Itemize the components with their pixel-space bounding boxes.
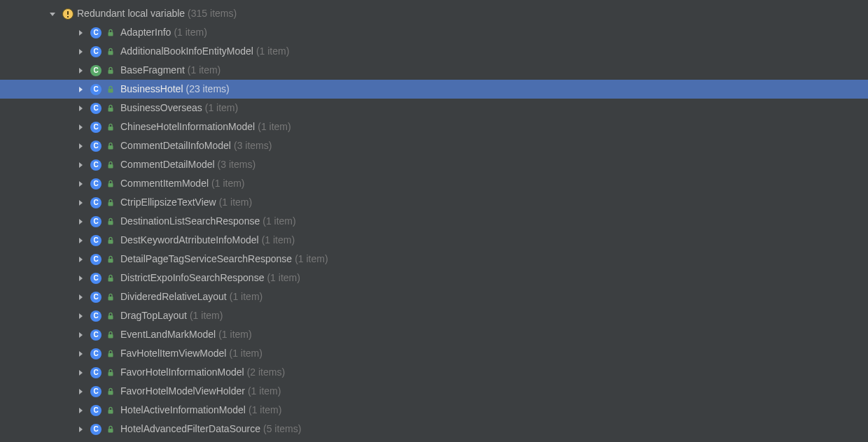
item-count: (1 item) — [256, 42, 289, 61]
tree-item-row[interactable]: CCtripEllipsizeTextView(1 item) — [0, 193, 868, 212]
lock-icon — [105, 216, 116, 227]
expand-arrow-right-icon[interactable] — [76, 67, 85, 74]
tree-item-row[interactable]: CDistrictExpoInfoSearchResponse(1 item) — [0, 269, 868, 287]
tree-group-row[interactable]: Redundant local variable (315 items) — [0, 4, 868, 23]
expand-arrow-right-icon[interactable] — [76, 369, 85, 376]
tree-item-row[interactable]: CAdditionalBookInfoEntityModel(1 item) — [0, 42, 868, 61]
class-icon: C — [90, 366, 102, 379]
tree-item-row[interactable]: CEventLandMarkModel(1 item) — [0, 325, 868, 344]
item-label: ChineseHotelInformationModel — [120, 117, 255, 136]
tree-item-row[interactable]: CDestKeywordAtrributeInfoModel(1 item) — [0, 231, 868, 250]
lock-icon — [105, 329, 116, 341]
item-label: CommentItemModel — [120, 174, 209, 193]
expand-arrow-right-icon[interactable] — [76, 29, 85, 36]
tree-item-row[interactable]: CDragTopLayout(1 item) — [0, 306, 868, 325]
item-label: DestKeywordAtrributeInfoModel — [120, 231, 259, 250]
svg-rect-16 — [108, 334, 113, 338]
tree-item-row[interactable]: CFavorHotelModelViewHolder(1 item) — [0, 382, 868, 401]
lock-icon — [105, 27, 116, 38]
lock-icon — [105, 405, 116, 416]
expand-arrow-right-icon[interactable] — [76, 426, 85, 433]
expand-arrow-right-icon[interactable] — [76, 143, 85, 150]
item-count: (5 items) — [263, 420, 301, 439]
svg-rect-7 — [108, 164, 113, 169]
item-count: (1 item) — [174, 23, 206, 42]
class-icon: C — [90, 140, 102, 152]
expand-arrow-right-icon[interactable] — [76, 332, 85, 338]
class-icon: C — [90, 272, 102, 285]
tree-item-row[interactable]: CFavorHotelInformationModel(2 items) — [0, 363, 868, 382]
svg-rect-2 — [108, 70, 113, 74]
expand-arrow-right-icon[interactable] — [76, 256, 85, 263]
class-icon: C — [90, 385, 102, 398]
item-count: (1 item) — [229, 344, 262, 363]
item-label: FavorHotelModelViewHolder — [120, 382, 245, 401]
lock-icon — [105, 84, 116, 95]
item-count: (1 item) — [218, 325, 251, 344]
item-count: (23 items) — [186, 80, 230, 99]
tree-item-row[interactable]: CHotelActiveInformationModel(1 item) — [0, 401, 868, 420]
expand-arrow-right-icon[interactable] — [76, 86, 85, 93]
expand-arrow-right-icon[interactable] — [76, 180, 85, 187]
tree-item-row[interactable]: CBusinessOverseas(1 item) — [0, 99, 868, 117]
tree-item-row[interactable]: CCommentDetailInfoModel(3 items) — [0, 136, 868, 155]
svg-rect-4 — [108, 108, 113, 112]
item-count: (3 items) — [234, 136, 272, 155]
expand-arrow-right-icon[interactable] — [76, 294, 85, 301]
svg-rect-9 — [108, 202, 113, 206]
tree-item-row[interactable]: CDetailPageTagServiceSearchResponse(1 it… — [0, 250, 868, 269]
class-icon: C — [90, 234, 102, 247]
item-label: AdapterInfo — [120, 23, 171, 42]
expand-arrow-right-icon[interactable] — [76, 237, 85, 244]
tree-item-row[interactable]: CChineseHotelInformationModel(1 item) — [0, 117, 868, 136]
expand-arrow-right-icon[interactable] — [76, 48, 85, 55]
item-count: (1 item) — [258, 117, 290, 136]
tree-item-row[interactable]: CBaseFragment(1 item) — [0, 61, 868, 80]
expand-arrow-right-icon[interactable] — [76, 407, 85, 414]
lock-icon — [105, 311, 116, 322]
expand-arrow-right-icon[interactable] — [76, 105, 85, 112]
class-icon: C — [90, 291, 102, 304]
expand-arrow-right-icon[interactable] — [76, 388, 85, 395]
item-label: BusinessOverseas — [120, 99, 202, 117]
inspection-tree: Redundant local variable (315 items) CAd… — [0, 0, 868, 439]
tree-item-row[interactable]: CDestinationListSearchResponse(1 item) — [0, 212, 868, 231]
expand-arrow-right-icon[interactable] — [76, 275, 85, 282]
tree-item-row[interactable]: CHotelAdvancedFilterDataSource(5 items) — [0, 420, 868, 439]
tree-item-row[interactable]: CFavHotelItemViewModel(1 item) — [0, 344, 868, 363]
class-icon: C — [90, 423, 102, 436]
tree-item-row[interactable]: CBusinessHotel(23 items) — [0, 80, 868, 99]
tree-item-row[interactable]: CAdapterInfo(1 item) — [0, 23, 868, 42]
lock-icon — [105, 46, 116, 57]
item-count: (1 item) — [230, 287, 262, 306]
svg-rect-20 — [108, 410, 113, 414]
lock-icon — [105, 367, 116, 378]
group-label: Redundant local variable — [77, 4, 185, 23]
svg-rect-14 — [108, 297, 113, 301]
class-icon: C — [90, 159, 102, 171]
expand-arrow-right-icon[interactable] — [76, 218, 85, 225]
expand-arrow-right-icon[interactable] — [76, 162, 85, 169]
tree-item-row[interactable]: CDivideredRelativeLayout(1 item) — [0, 287, 868, 306]
class-icon: C — [90, 197, 102, 209]
class-icon: C — [90, 45, 102, 58]
expand-arrow-right-icon[interactable] — [76, 199, 85, 206]
expand-arrow-right-icon[interactable] — [76, 124, 85, 131]
svg-rect-19 — [108, 391, 113, 395]
tree-item-row[interactable]: CCommentItemModel(1 item) — [0, 174, 868, 193]
item-count: (1 item) — [188, 61, 220, 80]
expand-arrow-right-icon[interactable] — [76, 350, 85, 357]
item-label: DistrictExpoInfoSearchResponse — [120, 269, 264, 287]
svg-rect-8 — [108, 183, 113, 187]
expand-arrow-right-icon[interactable] — [76, 313, 85, 320]
lock-icon — [105, 122, 116, 133]
lock-icon — [105, 235, 116, 246]
lock-icon — [105, 292, 116, 303]
class-icon: C — [90, 102, 102, 115]
item-label: CommentDetailInfoModel — [120, 136, 231, 155]
tree-item-row[interactable]: CCommentDetailModel(3 items) — [0, 155, 868, 174]
expand-arrow-down-icon[interactable] — [48, 10, 57, 17]
item-count: (1 item) — [248, 382, 281, 401]
svg-rect-18 — [108, 372, 113, 376]
svg-rect-3 — [108, 89, 113, 93]
